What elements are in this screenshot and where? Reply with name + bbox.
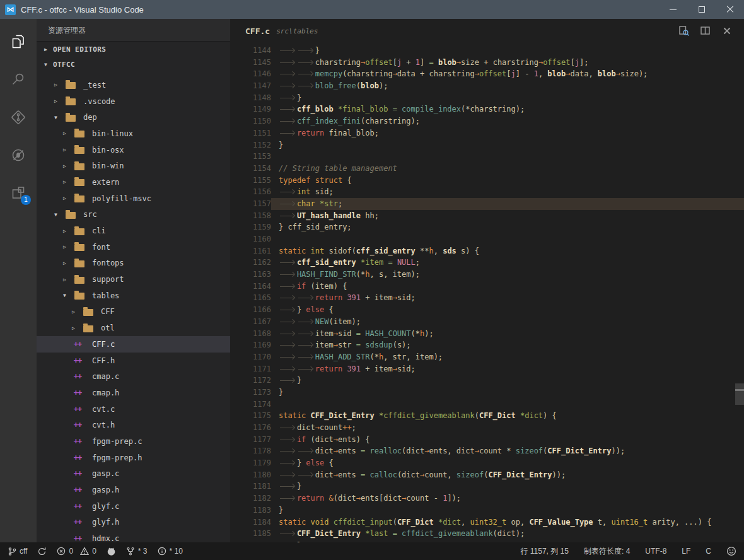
tree-file-glyf.c[interactable]: ++glyf.c: [37, 498, 230, 515]
code-line-1164[interactable]: 1164if (item) {: [230, 281, 744, 293]
tree-file-fpgm-prep.h[interactable]: ++fpgm-prep.h: [37, 450, 230, 466]
code-editor[interactable]: 1144}1145charstring→offset[j + 1] = blob…: [230, 43, 744, 542]
code-line-1151[interactable]: 1151return final_blob;: [230, 127, 744, 139]
activity-search-button[interactable]: [0, 61, 37, 98]
tree-folder-font[interactable]: ▷font: [37, 239, 230, 255]
code-line-1171[interactable]: 1171return 391 + item→sid;: [230, 363, 744, 375]
code-line-1158[interactable]: 1158UT_hash_handle hh;: [230, 210, 744, 222]
section-otfcc[interactable]: ▼ OTFCC: [37, 57, 230, 72]
problems-status[interactable]: 0 0: [57, 547, 96, 556]
split-editor-button[interactable]: [695, 21, 716, 40]
activity-debug-button[interactable]: [0, 136, 37, 174]
tab-size-status[interactable]: 制表符长度: 4: [584, 546, 630, 557]
code-line-1157[interactable]: 1157char *str;: [230, 198, 744, 210]
code-line-1184[interactable]: 1184static void cffdict_input(CFF_Dict *…: [230, 516, 744, 528]
minimize-button[interactable]: [659, 0, 687, 19]
tab-file-name[interactable]: CFF.c: [245, 26, 270, 36]
editor-title-bar[interactable]: CFF.c src\tables: [230, 19, 744, 43]
tree-folder-src[interactable]: ▼src: [37, 207, 230, 223]
code-line-1168[interactable]: 1168item→sid = HASH_COUNT(*h);: [230, 328, 744, 340]
code-line-1154[interactable]: 1154// String table management: [230, 163, 744, 175]
activity-explorer-button[interactable]: [0, 23, 37, 61]
code-line-1176[interactable]: 1176dict→count++;: [230, 422, 744, 434]
github-issues-status[interactable]: * 10: [158, 547, 183, 556]
code-line-1183[interactable]: 1183}: [230, 505, 744, 516]
code-line-1179[interactable]: 1179} else {: [230, 457, 744, 469]
tree-file-cvt.c[interactable]: ++cvt.c: [37, 401, 230, 417]
code-line-1156[interactable]: 1156int sid;: [230, 186, 744, 198]
code-line-1182[interactable]: 1182return &(dict→ents[dict→count - 1]);: [230, 493, 744, 505]
code-line-1177[interactable]: 1177if (dict→ents) {: [230, 434, 744, 446]
activity-extensions-button[interactable]: 1: [0, 174, 37, 212]
code-line-1145[interactable]: 1145charstring→offset[j + 1] = blob→size…: [230, 57, 744, 69]
code-line-1159[interactable]: 1159} cff_sid_entry;: [230, 221, 744, 233]
tree-folder-cli[interactable]: ▷cli: [37, 223, 230, 239]
tree-file-fpgm-prep.c[interactable]: ++fpgm-prep.c: [37, 433, 230, 450]
tree-folder-tables[interactable]: ▼tables: [37, 288, 230, 304]
tree-folder-.vscode[interactable]: ▷.vscode: [37, 93, 230, 110]
tree-folder-otl[interactable]: ▷otl: [37, 320, 230, 336]
close-window-button[interactable]: [716, 0, 744, 19]
encoding-status[interactable]: UTF-8: [645, 547, 666, 556]
tree-folder-_test[interactable]: ▷_test: [37, 77, 230, 93]
code-line-1155[interactable]: 1155typedef struct {: [230, 175, 744, 187]
tree-file-glyf.h[interactable]: ++glyf.h: [37, 515, 230, 531]
code-line-1174[interactable]: 1174: [230, 399, 744, 411]
tree-folder-fontops[interactable]: ▷fontops: [37, 255, 230, 272]
code-line-1172[interactable]: 1172}: [230, 375, 744, 387]
maximize-button[interactable]: [687, 0, 716, 19]
open-preview-button[interactable]: [673, 21, 695, 40]
tree-file-gasp.h[interactable]: ++gasp.h: [37, 482, 230, 498]
activity-source-control-button[interactable]: [0, 98, 37, 136]
code-line-1169[interactable]: 1169item→str = sdsdup(s);: [230, 339, 744, 351]
code-line-1144[interactable]: 1144}: [230, 45, 744, 57]
code-line-1147[interactable]: 1147blob_free(blob);: [230, 80, 744, 92]
code-line-1160[interactable]: 1160: [230, 233, 744, 245]
tree-file-cvt.h[interactable]: ++cvt.h: [37, 417, 230, 433]
code-line-1175[interactable]: 1175static CFF_Dict_Entry *cffdict_givem…: [230, 410, 744, 422]
code-line-1152[interactable]: 1152}: [230, 139, 744, 151]
code-line-1170[interactable]: 1170HASH_ADD_STR(*h, str, item);: [230, 351, 744, 363]
tree-file-CFF.c[interactable]: ++CFF.c: [37, 336, 230, 353]
code-line-1180[interactable]: 1180dict→ents = calloc(dict→count, sizeo…: [230, 469, 744, 481]
code-line-1146[interactable]: 1146memcpy(charstring→data + charstring→…: [230, 68, 744, 80]
editor-scrollbar[interactable]: [735, 383, 744, 405]
tree-folder-bin-win[interactable]: ▷bin-win: [37, 158, 230, 174]
tree-file-gasp.c[interactable]: ++gasp.c: [37, 466, 230, 482]
code-line-1153[interactable]: 1153: [230, 151, 744, 163]
code-line-1161[interactable]: 1161static int sidof(cff_sid_entry **h, …: [230, 245, 744, 257]
code-line-1150[interactable]: 1150cff_index_fini(charstring);: [230, 115, 744, 127]
github-forks-status[interactable]: * 3: [126, 547, 148, 556]
code-line-1167[interactable]: 1167NEW(item);: [230, 316, 744, 328]
code-line-1185[interactable]: 1185CFF_Dict_Entry *last = cffdict_givem…: [230, 528, 744, 540]
code-line-1165[interactable]: 1165return 391 + item→sid;: [230, 292, 744, 304]
code-line-1162[interactable]: 1162cff_sid_entry *item = NULL;: [230, 257, 744, 269]
eol-status[interactable]: LF: [682, 547, 690, 556]
code-line-1181[interactable]: 1181}: [230, 481, 744, 493]
tree-folder-support[interactable]: ▷support: [37, 271, 230, 288]
tree-file-cmap.h[interactable]: ++cmap.h: [37, 385, 230, 401]
tree-folder-extern[interactable]: ▷extern: [37, 174, 230, 190]
tree-file-hdmx.c[interactable]: ++hdmx.c: [37, 530, 230, 542]
tree-file-CFF.h[interactable]: ++CFF.h: [37, 353, 230, 369]
github-status[interactable]: [107, 547, 116, 556]
section-open-editors[interactable]: ▶ OPEN EDITORS: [37, 42, 230, 57]
tree-folder-polyfill-msvc[interactable]: ▷polyfill-msvc: [37, 190, 230, 207]
tree-folder-bin-osx[interactable]: ▷bin-osx: [37, 142, 230, 158]
language-mode-status[interactable]: C: [706, 547, 711, 556]
tree-folder-CFF[interactable]: ▷CFF: [37, 304, 230, 320]
git-branch-status[interactable]: cff: [8, 547, 27, 556]
code-line-1178[interactable]: 1178dict→ents = realloc(dict→ents, dict→…: [230, 445, 744, 457]
code-line-1148[interactable]: 1148}: [230, 92, 744, 104]
close-tab-button[interactable]: [716, 21, 738, 40]
code-line-1149[interactable]: 1149cff_blob *final_blob = compile_index…: [230, 103, 744, 115]
sync-status[interactable]: [37, 547, 47, 556]
code-line-1166[interactable]: 1166} else {: [230, 304, 744, 316]
code-line-1173[interactable]: 1173}: [230, 387, 744, 399]
tree-folder-dep[interactable]: ▼dep: [37, 109, 230, 125]
cursor-position-status[interactable]: 行 1157, 列 15: [520, 546, 569, 557]
code-line-1163[interactable]: 1163HASH_FIND_STR(*h, s, item);: [230, 269, 744, 281]
tree-file-cmap.c[interactable]: ++cmap.c: [37, 368, 230, 385]
tree-folder-bin-linux[interactable]: ▷bin-linux: [37, 125, 230, 142]
feedback-status[interactable]: [726, 546, 736, 556]
